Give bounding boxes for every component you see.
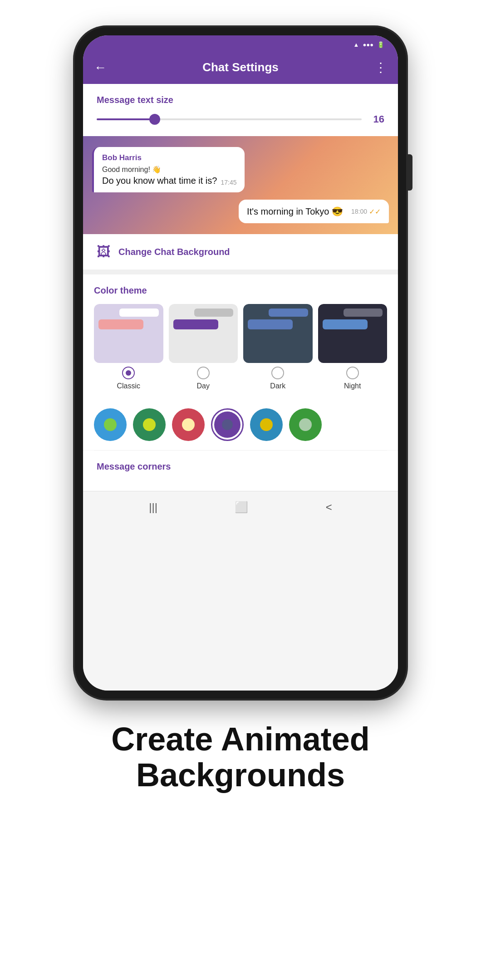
sent-text: It's morning in Tokyo 😎	[247, 206, 343, 217]
message-corners-label: Message corners	[97, 461, 384, 472]
theme-night[interactable]: Night	[318, 304, 388, 390]
theme-grid: Classic Day	[94, 304, 387, 390]
separator-1	[83, 270, 398, 274]
chat-preview: Bob Harris Good morning! 👋 Do you know w…	[83, 136, 398, 234]
page-title: Chat Settings	[107, 60, 374, 74]
background-icon: 🖼	[97, 244, 110, 260]
change-background-row[interactable]: 🖼 Change Chat Background	[83, 234, 398, 270]
color-theme-label: Color theme	[94, 285, 387, 296]
accent-inner-5	[260, 418, 273, 431]
nav-back-button[interactable]: <	[326, 501, 332, 514]
battery-icon: 🔋	[377, 41, 384, 48]
color-circles-row	[83, 399, 398, 450]
accent-purple-outer	[214, 412, 240, 438]
classic-bar-top	[119, 309, 158, 317]
menu-button[interactable]: ⋮	[374, 60, 387, 75]
message-time: 17:45	[221, 179, 236, 186]
slider-value: 16	[371, 113, 384, 125]
status-bar: ▲ ●●● 🔋	[83, 35, 398, 54]
day-bar-top	[194, 309, 233, 317]
text-size-section: Message text size 16	[83, 84, 398, 136]
sent-time: 18:00	[351, 208, 367, 215]
dark-radio[interactable]	[271, 367, 284, 379]
bottom-nav: ||| ⬜ <	[83, 491, 398, 523]
theme-day[interactable]: Day	[169, 304, 238, 390]
slider-track[interactable]	[97, 118, 362, 120]
classic-radio[interactable]	[122, 367, 135, 379]
top-bar: ← Chat Settings ⋮	[83, 54, 398, 84]
day-radio[interactable]	[197, 367, 210, 379]
message-main-text: Do you know what time it is?	[102, 176, 217, 186]
color-theme-section: Color theme Classic	[83, 274, 398, 399]
phone-shell: ▲ ●●● 🔋 ← Chat Settings ⋮ Message text s…	[75, 27, 406, 699]
theme-dark[interactable]: Dark	[243, 304, 313, 390]
classic-name: Classic	[117, 382, 140, 390]
wifi-icon: ▲	[353, 41, 359, 48]
accent-inner-6	[299, 418, 312, 431]
dark-bar-bottom	[248, 319, 293, 329]
recent-apps-button[interactable]: |||	[149, 501, 157, 514]
accent-dark-green[interactable]	[133, 408, 166, 441]
accent-inner-2	[143, 418, 156, 431]
bottom-headline: Create Animated Backgrounds	[75, 721, 406, 793]
classic-preview	[94, 304, 163, 363]
night-bar-top	[344, 309, 383, 317]
dark-name: Dark	[270, 382, 285, 390]
classic-radio-dot	[126, 370, 131, 376]
message-sender: Bob Harris	[102, 153, 236, 162]
sent-meta: 18:00 ✓✓	[351, 207, 381, 216]
accent-inner-1	[104, 418, 117, 431]
night-radio[interactable]	[346, 367, 359, 379]
message-corners-section: Message corners	[83, 451, 398, 491]
slider-fill	[97, 118, 155, 120]
headline-line1: Create Animated	[111, 721, 370, 757]
page-wrapper: ▲ ●●● 🔋 ← Chat Settings ⋮ Message text s…	[0, 0, 481, 793]
day-bar-bottom	[173, 319, 218, 329]
back-button[interactable]: ←	[94, 60, 107, 75]
night-preview	[318, 304, 388, 363]
night-bar-bottom	[323, 319, 368, 329]
accent-purple-selected[interactable]	[211, 408, 244, 441]
received-message: Bob Harris Good morning! 👋 Do you know w…	[92, 147, 245, 192]
sent-message: It's morning in Tokyo 😎 18:00 ✓✓	[239, 200, 389, 223]
day-name: Day	[197, 382, 210, 390]
dark-bar-top	[269, 309, 308, 317]
accent-blue-green[interactable]	[94, 408, 127, 441]
accent-red[interactable]	[172, 408, 205, 441]
accent-purple-inner	[222, 419, 233, 430]
slider-thumb[interactable]	[149, 114, 160, 125]
day-preview	[169, 304, 238, 363]
text-size-label: Message text size	[97, 95, 384, 105]
accent-green[interactable]	[289, 408, 322, 441]
message-main: Do you know what time it is? 17:45	[102, 176, 236, 186]
night-name: Night	[344, 382, 361, 390]
classic-bar-bottom	[98, 319, 143, 329]
phone-screen: ▲ ●●● 🔋 ← Chat Settings ⋮ Message text s…	[83, 35, 398, 691]
signal-icon: ●●●	[363, 41, 373, 48]
theme-classic[interactable]: Classic	[94, 304, 163, 390]
status-icons: ▲ ●●● 🔋	[353, 41, 384, 48]
accent-teal[interactable]	[250, 408, 283, 441]
headline-line2: Backgrounds	[111, 757, 370, 793]
home-button[interactable]: ⬜	[235, 501, 248, 514]
message-line1: Good morning! 👋	[102, 165, 236, 174]
change-background-label: Change Chat Background	[118, 247, 230, 257]
accent-inner-3	[182, 418, 195, 431]
slider-row: 16	[97, 113, 384, 125]
double-check-icon: ✓✓	[369, 207, 381, 216]
dark-preview	[243, 304, 313, 363]
content-area: Message text size 16 Bob Harris Good	[83, 84, 398, 691]
